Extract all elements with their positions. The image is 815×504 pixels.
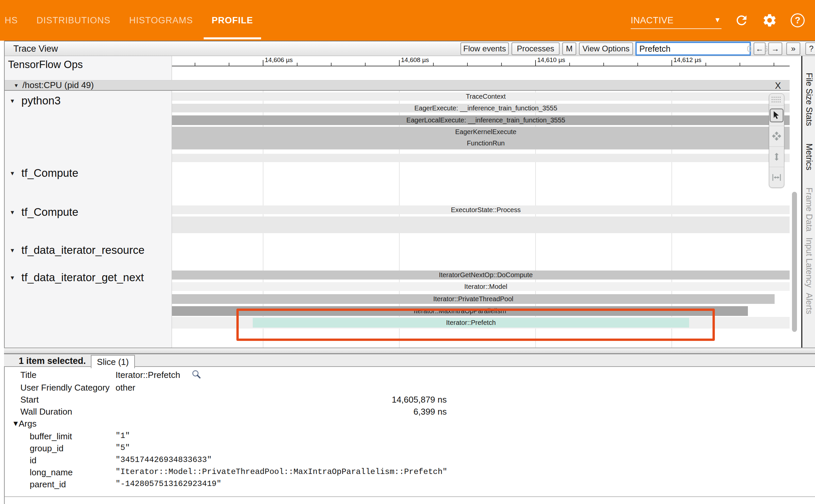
collapse-triangle-icon: ▼ [12, 419, 19, 428]
processes-button[interactable]: Processes [512, 42, 560, 55]
panel-splitter[interactable] [4, 348, 815, 354]
side-tab-metrics[interactable]: Metrics [804, 143, 814, 170]
minor-tick [433, 63, 434, 66]
topbar-right-controls: INACTIVE ▾ ? [631, 0, 806, 41]
slice-label: EagerLocalExecute: __inference_train_fun… [406, 116, 565, 124]
thread-label-python3[interactable]: ▾python3 [11, 94, 60, 107]
slice-label: EagerKernelExecute [455, 128, 516, 136]
ruler-tick-label: 14,610 µs [537, 56, 565, 64]
minor-tick [229, 63, 229, 66]
arg-row-parent_id: parent_id"-1428057513162923419" [5, 478, 815, 490]
args-header-row[interactable]: ▼ Args [5, 418, 815, 430]
major-tick [671, 60, 672, 66]
trace-slice-selected[interactable]: Iterator::Prefetch [253, 318, 689, 328]
find-previous-button[interactable]: ← [754, 42, 766, 55]
trace-slice[interactable]: TraceContext [172, 92, 790, 101]
slice-label: EagerExecute: __inference_train_function… [414, 104, 557, 112]
slice-label: IteratorGetNextOp::DoCompute [439, 271, 533, 279]
pan-move-icon [772, 131, 782, 141]
minor-tick [774, 63, 774, 66]
tool-palette [769, 93, 784, 188]
trace-slice[interactable]: Iterator::Model [172, 282, 790, 291]
trace-slice[interactable]: Iterator::MaxIntraOpParallelism [172, 306, 748, 316]
trace-help-button[interactable]: ? [805, 42, 815, 55]
thread-name: tf_Compute [21, 206, 78, 218]
pan-tool-button[interactable] [769, 126, 784, 146]
help-button[interactable]: ? [790, 12, 806, 28]
thread-name: tf_data_iterator_get_next [21, 271, 144, 284]
settings-button[interactable] [762, 12, 778, 28]
trace-search-input[interactable] [637, 44, 747, 54]
trace-slice[interactable] [172, 154, 790, 162]
palette-drag-handle-icon[interactable] [769, 94, 784, 105]
thread-label-tf_data_iterator_resource[interactable]: ▾tf_data_iterator_resource [11, 244, 145, 257]
details-panel: TitleIterator::PrefetchUser Friendly Cat… [5, 367, 815, 497]
process-header[interactable]: ▾ /host:CPU (pid 49) X [5, 80, 790, 91]
slice-label: TraceContext [466, 93, 505, 100]
help-icon: ? [791, 13, 805, 27]
trace-slice[interactable]: EagerLocalExecute: __inference_train_fun… [172, 115, 790, 125]
run-selector-value: INACTIVE [631, 15, 674, 26]
arg-row-id: id"345174426934833633" [5, 454, 815, 466]
tab-profile[interactable]: PROFILE [204, 0, 261, 41]
tab-histograms[interactable]: HISTOGRAMS [121, 0, 201, 41]
trace-slice[interactable]: EagerExecute: __inference_train_function… [172, 104, 790, 112]
trace-slice[interactable] [172, 216, 790, 233]
view-options-button[interactable]: View Options [579, 42, 633, 55]
tensorflow-ops-title: TensorFlow Ops [8, 59, 83, 71]
arg-row-group_id: group_id"5" [5, 442, 815, 454]
minor-tick [467, 63, 468, 66]
detail-label: Title [20, 370, 36, 380]
arg-name: id [30, 455, 36, 466]
slice-label: Iterator::PrivateThreadPool [433, 295, 513, 303]
detail-value: 14,605,879 ns [116, 395, 447, 405]
trace-track-area[interactable]: TraceContextEagerExecute: __inference_tr… [172, 91, 790, 348]
refresh-button[interactable] [734, 12, 750, 28]
thread-name: python3 [21, 94, 60, 107]
thread-label-tf_data_iterator_get_next[interactable]: ▾tf_data_iterator_get_next [11, 271, 144, 284]
major-tick [399, 60, 400, 66]
side-tab-frame-data[interactable]: Frame Data [804, 187, 814, 231]
collapse-triangle-icon: ▾ [11, 169, 14, 177]
tab-distributions[interactable]: DISTRIBUTIONS [29, 0, 119, 41]
trace-slice[interactable]: Iterator::PrivateThreadPool [172, 294, 775, 304]
timing-tool-button[interactable] [769, 167, 784, 187]
m-button[interactable]: M [562, 42, 576, 55]
collapse-triangle-icon: ▾ [11, 97, 14, 105]
vertical-scrollbar[interactable] [792, 192, 797, 332]
major-tick [535, 60, 536, 66]
trace-slice[interactable]: EagerKernelExecute [172, 127, 790, 137]
detail-row-user-friendly-category: User Friendly Categoryother [5, 382, 815, 394]
trace-view-header: Trace View Flow events Processes M View … [5, 41, 815, 56]
process-close-button[interactable]: X [775, 81, 781, 91]
tab-hs[interactable]: HS [0, 0, 26, 41]
arg-name: group_id [30, 443, 63, 454]
arg-name: buffer_limit [30, 431, 72, 442]
zoom-tool-button[interactable] [769, 146, 784, 167]
side-tab-file-size-stats[interactable]: File Size Stats [804, 73, 814, 126]
side-tab-alerts[interactable]: Alerts [804, 293, 814, 314]
thread-name: tf_Compute [21, 167, 78, 179]
trace-slice[interactable]: FunctionRun [172, 137, 790, 149]
trace-slice[interactable]: ExecutorState::Process [172, 205, 790, 214]
magnifier-icon[interactable] [191, 369, 202, 381]
minor-tick [603, 63, 604, 66]
side-tab-input-latency[interactable]: Input Latency [804, 237, 814, 288]
timing-range-icon [772, 172, 782, 182]
run-selector[interactable]: INACTIVE ▾ [631, 10, 722, 30]
process-header-label: /host:CPU (pid 49) [22, 80, 94, 90]
collapse-triangle-icon: ▾ [11, 208, 14, 216]
tab-slice[interactable]: Slice (1) [91, 355, 135, 368]
minor-tick [705, 63, 706, 66]
find-next-button[interactable]: → [768, 42, 782, 55]
flow-events-button[interactable]: Flow events [460, 42, 509, 55]
trace-slice[interactable]: IteratorGetNextOp::DoCompute [172, 271, 790, 280]
topbar-tabs: HSDISTRIBUTIONSHISTOGRAMSPROFILE [0, 0, 261, 41]
thread-label-tf_Compute[interactable]: ▾tf_Compute [11, 167, 78, 179]
thread-label-tf_Compute[interactable]: ▾tf_Compute [11, 206, 78, 218]
selection-tool-button[interactable] [769, 105, 784, 126]
slice-label: Iterator::MaxIntraOpParallelism [414, 307, 506, 315]
trace-search-box: 0 of 63 [635, 42, 751, 56]
ruler-tick-label: 14,606 µs [265, 56, 293, 64]
more-button[interactable]: » [786, 42, 800, 55]
